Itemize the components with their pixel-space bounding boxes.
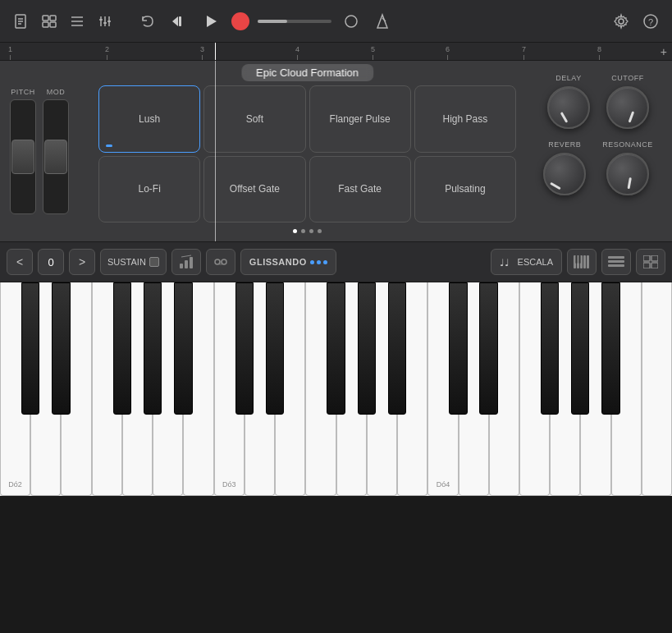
- black-key-oct1-1[interactable]: [266, 282, 284, 415]
- document-icon[interactable]: [10, 10, 33, 33]
- pitch-slider-col: PITCH: [10, 88, 36, 214]
- strips-icon: [608, 255, 624, 268]
- ruler-mark-4: 4: [295, 45, 299, 60]
- record-button[interactable]: [231, 12, 249, 30]
- pitch-label: PITCH: [11, 88, 35, 96]
- glissando-button[interactable]: GLISSANDO: [240, 249, 336, 275]
- pad-pulsating[interactable]: Pulsating: [414, 156, 516, 223]
- black-key-oct0-0[interactable]: [21, 282, 39, 415]
- black-key-oct2-1[interactable]: [479, 282, 497, 415]
- volume-slider[interactable]: [258, 20, 331, 23]
- page-dot-1[interactable]: [293, 229, 297, 233]
- ruler-mark-1: 1: [8, 45, 12, 60]
- pads-row-2: Lo-Fi Offset Gate Fast Gate Pulsating: [98, 156, 516, 223]
- arpeggio-icon: [179, 255, 194, 269]
- pad-lush[interactable]: Lush: [98, 85, 200, 153]
- pad-offset-gate[interactable]: Offset Gate: [203, 156, 305, 223]
- ruler-mark-6: 6: [446, 45, 450, 60]
- help-icon[interactable]: ?: [639, 10, 662, 33]
- main-area: PITCH MOD Epic Cloud Formation Lush Soft…: [0, 61, 672, 241]
- delay-knob[interactable]: [547, 86, 590, 129]
- svg-rect-16: [107, 21, 111, 22]
- svg-point-20: [345, 16, 357, 27]
- cutoff-knob[interactable]: [606, 86, 649, 129]
- toolbar-left-group: [10, 10, 117, 33]
- page-dot-3[interactable]: [309, 229, 313, 233]
- page-dot-2[interactable]: [301, 229, 305, 233]
- white-key-21[interactable]: [642, 282, 672, 496]
- black-key-oct0-5[interactable]: [174, 282, 192, 415]
- black-key-oct0-4[interactable]: [144, 282, 162, 415]
- svg-marker-19: [207, 16, 217, 27]
- svg-rect-39: [576, 255, 578, 264]
- svg-rect-38: [587, 255, 589, 268]
- reverb-knob-group: REVERB: [543, 140, 586, 195]
- table-view-button[interactable]: [636, 249, 665, 275]
- chord-button[interactable]: ☺: [206, 249, 235, 275]
- transport: [166, 9, 394, 34]
- octave-display: 0: [38, 249, 64, 275]
- mod-slider[interactable]: [43, 99, 69, 214]
- page-dot-4[interactable]: [318, 229, 322, 233]
- pad-soft[interactable]: Soft: [203, 85, 305, 153]
- pad-high-pass[interactable]: High Pass: [414, 85, 516, 153]
- svg-rect-6: [43, 22, 48, 27]
- black-key-oct1-5[interactable]: [388, 282, 406, 415]
- keyboard-view-button[interactable]: [567, 249, 597, 275]
- svg-marker-21: [377, 15, 387, 28]
- arpeggio-button[interactable]: [171, 249, 201, 275]
- ruler-mark-8: 8: [597, 45, 601, 60]
- black-key-oct1-4[interactable]: [358, 282, 376, 415]
- play-button[interactable]: [199, 9, 223, 34]
- chord-strips-button[interactable]: [601, 249, 631, 275]
- mixer-icon[interactable]: [94, 10, 117, 33]
- black-key-oct2-4[interactable]: [571, 282, 589, 415]
- svg-rect-15: [103, 22, 107, 24]
- black-key-oct2-5[interactable]: [601, 282, 619, 415]
- list-icon[interactable]: [66, 10, 89, 33]
- pitch-slider[interactable]: [10, 99, 36, 214]
- svg-rect-41: [608, 256, 624, 259]
- pad-fast-gate[interactable]: Fast Gate: [309, 156, 411, 223]
- settings-icon[interactable]: [610, 10, 633, 33]
- pad-flanger-pulse[interactable]: Flanger Pulse: [309, 85, 411, 153]
- svg-rect-40: [579, 255, 581, 264]
- key-label-Dó2: Dó2: [8, 480, 22, 489]
- svg-rect-47: [651, 263, 658, 268]
- sustain-button[interactable]: SUSTAIN: [100, 249, 167, 275]
- knobs-section: DELAY CUTOFF REVERB RESONANCE: [524, 61, 672, 241]
- glissando-dot-3: [323, 260, 327, 264]
- windows-icon[interactable]: [38, 10, 61, 33]
- svg-rect-37: [583, 255, 586, 268]
- chord-icon: ☺: [213, 255, 228, 269]
- mod-slider-col: MOD: [43, 88, 69, 214]
- undo-icon[interactable]: [136, 10, 159, 33]
- svg-text:☺: ☺: [217, 259, 224, 267]
- glissando-dot-2: [317, 260, 321, 264]
- black-key-oct1-0[interactable]: [235, 282, 254, 415]
- loop-icon[interactable]: [340, 10, 363, 33]
- ruler-mark-7: 7: [522, 45, 526, 60]
- resonance-knob[interactable]: [606, 153, 649, 195]
- pads-dots: [98, 229, 516, 233]
- escala-button[interactable]: ♩♩ ESCALA: [491, 249, 562, 275]
- black-key-oct2-3[interactable]: [541, 282, 559, 415]
- black-key-oct2-0[interactable]: [449, 282, 467, 415]
- octave-up-button[interactable]: >: [69, 249, 95, 275]
- black-key-oct1-3[interactable]: [327, 282, 345, 415]
- metronome-icon[interactable]: [371, 10, 394, 33]
- rewind-button[interactable]: [166, 9, 190, 34]
- mod-label: MOD: [47, 88, 66, 96]
- reverb-knob[interactable]: [543, 153, 586, 195]
- bottom-bar: < 0 > SUSTAIN ☺ GLISSANDO: [0, 241, 672, 282]
- black-key-oct0-1[interactable]: [52, 282, 70, 415]
- resonance-knob-group: RESONANCE: [602, 140, 653, 195]
- key-label-Dó4: Dó4: [437, 480, 450, 489]
- pad-lo-fi[interactable]: Lo-Fi: [98, 156, 200, 223]
- svg-rect-14: [99, 19, 103, 21]
- black-key-oct0-3[interactable]: [113, 282, 131, 415]
- resonance-label: RESONANCE: [602, 140, 653, 149]
- octave-down-button[interactable]: <: [7, 249, 33, 275]
- add-track-button[interactable]: +: [661, 45, 667, 58]
- ruler-mark-2: 2: [105, 45, 109, 60]
